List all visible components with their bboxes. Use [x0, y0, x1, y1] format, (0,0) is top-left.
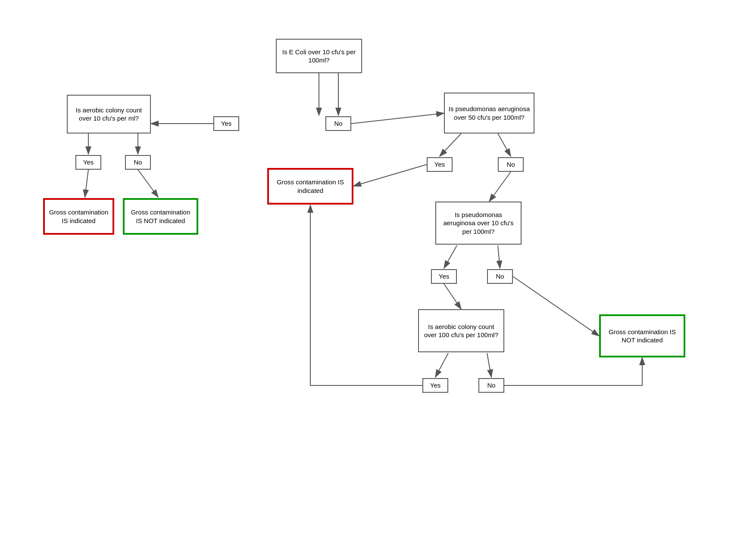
gross-indicated-center-label: Gross contamination IS indicated	[272, 178, 348, 195]
no-aerobic-node: No	[125, 155, 151, 170]
svg-line-7	[85, 170, 88, 197]
no-pseudo10-node: No	[487, 269, 513, 284]
ecoli-node: Is E Coli over 10 cfu's per 100ml?	[276, 39, 362, 73]
svg-line-14	[498, 245, 500, 268]
pseudo10-node: Is pseudomonas aeruginosa over 10 cfu's …	[435, 202, 522, 245]
svg-line-16	[444, 284, 461, 309]
svg-line-4	[351, 113, 444, 124]
no-ecoli-node: No	[325, 116, 351, 131]
no-aerobic100-node: No	[478, 378, 504, 393]
no-pseudo10-label: No	[496, 272, 504, 281]
aerobic100-label: Is aerobic colony count over 100 cfu's p…	[422, 323, 500, 339]
yes-pseudo10-label: Yes	[439, 272, 449, 281]
aerobic-node: Is aerobic colony count over 10 cfu's pe…	[67, 95, 151, 134]
svg-line-17	[435, 353, 448, 377]
yes-aerobic100-label: Yes	[430, 381, 440, 390]
gross-not-indicated-left-label: Gross contamination IS NOT indicated	[128, 208, 193, 225]
svg-line-10	[498, 134, 511, 156]
svg-line-11	[353, 165, 427, 186]
gross-indicated-left-node: Gross contamination IS indicated	[43, 198, 114, 235]
ecoli-label: Is E Coli over 10 cfu's per 100ml?	[280, 48, 358, 65]
pseudo10-label: Is pseudomonas aeruginosa over 10 cfu's …	[440, 211, 517, 236]
no-pseudo50-node: No	[498, 157, 524, 172]
svg-line-15	[513, 276, 599, 336]
yes-pseudo10-node: Yes	[431, 269, 457, 284]
svg-line-13	[444, 245, 457, 268]
gross-not-indicated-left-node: Gross contamination IS NOT indicated	[123, 198, 198, 235]
aerobic100-node: Is aerobic colony count over 100 cfu's p…	[418, 309, 504, 352]
no-ecoli-label: No	[334, 119, 342, 128]
aerobic-label: Is aerobic colony count over 10 cfu's pe…	[71, 106, 147, 123]
gross-indicated-left-label: Gross contamination IS indicated	[48, 208, 109, 225]
yes-aerobic-node: Yes	[75, 155, 101, 170]
arrows-layer	[0, 0, 756, 534]
yes-ecoli-node: Yes	[213, 116, 239, 131]
yes-ecoli-label: Yes	[221, 119, 231, 128]
yes-pseudo50-label: Yes	[434, 160, 445, 169]
no-aerobic100-label: No	[487, 381, 495, 390]
svg-line-18	[487, 353, 491, 377]
no-pseudo50-label: No	[506, 160, 515, 169]
pseudo50-node: Is pseudomonas aeruginosa over 50 cfu's …	[444, 93, 534, 134]
svg-line-8	[138, 170, 158, 197]
gross-not-indicated-right-label: Gross contamination IS NOT indicated	[604, 328, 680, 345]
yes-aerobic-label: Yes	[83, 158, 94, 167]
yes-pseudo50-node: Yes	[427, 157, 453, 172]
pseudo50-label: Is pseudomonas aeruginosa over 50 cfu's …	[448, 105, 530, 121]
svg-line-12	[489, 172, 511, 202]
gross-indicated-center-node: Gross contamination IS indicated	[267, 168, 353, 205]
yes-aerobic100-node: Yes	[422, 378, 448, 393]
no-aerobic-label: No	[134, 158, 142, 167]
svg-line-9	[440, 134, 461, 156]
flowchart: Is E Coli over 10 cfu's per 100ml? Is ae…	[0, 0, 756, 534]
gross-not-indicated-right-node: Gross contamination IS NOT indicated	[599, 314, 685, 357]
